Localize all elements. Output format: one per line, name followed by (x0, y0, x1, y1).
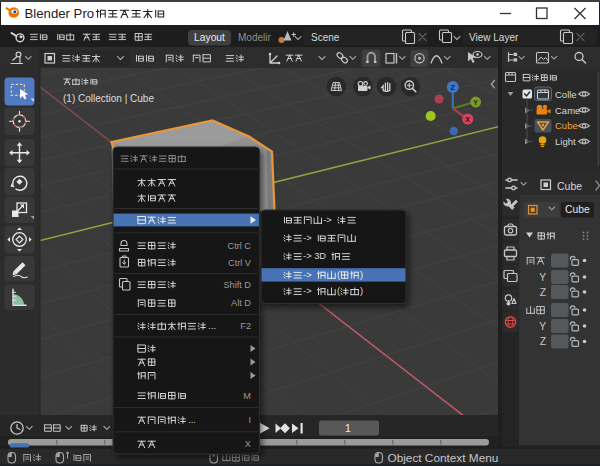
svg-text:X: X (245, 439, 251, 449)
svg-text:M: M (243, 391, 251, 401)
svg-text:Ctrl V: Ctrl V (228, 258, 252, 268)
svg-text:Scene: Scene (311, 32, 340, 43)
svg-text:Light: Light (555, 136, 576, 147)
svg-text:Y: Y (539, 321, 546, 332)
svg-text:F2: F2 (240, 321, 251, 331)
svg-text:): ) (360, 270, 363, 280)
svg-text:Blender Pro: Blender Pro (25, 6, 95, 21)
svg-text:Shift D: Shift D (223, 280, 251, 290)
svg-text:Colle: Colle (555, 89, 577, 100)
svg-text:->: -> (303, 286, 312, 296)
svg-text:Y: Y (539, 272, 546, 283)
svg-text:Came: Came (555, 105, 580, 116)
svg-text:Z: Z (540, 287, 546, 298)
svg-text:View Layer: View Layer (469, 32, 519, 43)
svg-text:-> 3D: -> 3D (303, 251, 326, 261)
svg-text:Cube: Cube (565, 204, 590, 215)
svg-text:Alt D: Alt D (231, 298, 251, 308)
svg-text:I: I (248, 415, 251, 425)
svg-text:Y: Y (473, 99, 478, 106)
svg-text:...: ... (208, 321, 216, 331)
svg-text:->: -> (303, 233, 312, 243)
svg-text:1: 1 (345, 422, 351, 434)
svg-text:->: -> (323, 215, 332, 225)
svg-text:): ) (360, 286, 363, 296)
svg-text:Modelir: Modelir (238, 32, 271, 43)
svg-text:(1) Collection | Cube: (1) Collection | Cube (63, 93, 154, 104)
svg-text:Cube: Cube (557, 180, 582, 192)
svg-text:Object Context Menu: Object Context Menu (388, 451, 499, 465)
svg-text:Z: Z (451, 83, 456, 92)
svg-text:...: ... (188, 415, 196, 425)
svg-text:Layout: Layout (194, 32, 225, 43)
svg-text:Cube: Cube (555, 120, 578, 131)
svg-text:Z: Z (540, 336, 546, 347)
svg-text:->: -> (303, 270, 312, 280)
svg-text:X: X (465, 116, 470, 123)
svg-text:Ctrl C: Ctrl C (228, 241, 252, 251)
